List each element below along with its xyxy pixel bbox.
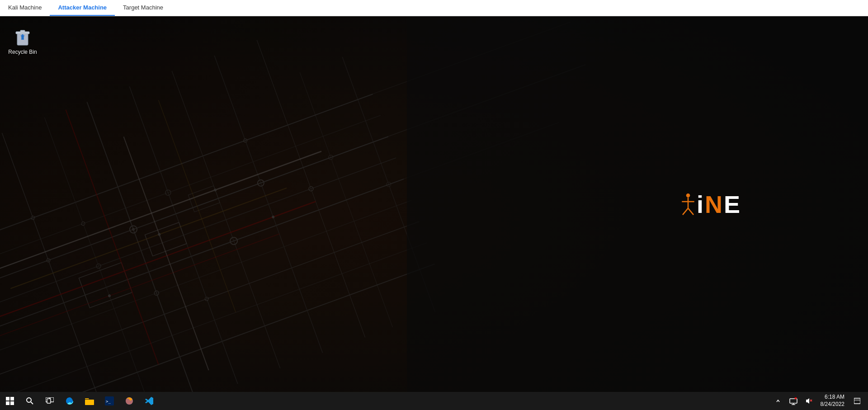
clock-time: 6:18 AM <box>825 394 844 401</box>
svg-rect-60 <box>6 397 9 401</box>
svg-text:>_: >_ <box>106 399 111 404</box>
clock-display[interactable]: 6:18 AM 8/24/2022 <box>817 394 848 408</box>
svg-rect-62 <box>6 401 9 405</box>
edge-icon <box>65 396 74 405</box>
windows-logo-icon <box>6 397 14 405</box>
svg-point-64 <box>27 398 31 402</box>
powershell-icon: >_ <box>105 396 114 405</box>
edge-button[interactable] <box>60 392 80 410</box>
task-view-icon <box>46 397 54 405</box>
firefox-button[interactable] <box>119 392 139 410</box>
tab-attacker-machine[interactable]: Attacker Machine <box>50 0 115 16</box>
svg-rect-80 <box>854 398 860 404</box>
show-hidden-icons-button[interactable] <box>771 392 785 410</box>
svg-rect-69 <box>85 400 94 405</box>
network-icon-button[interactable] <box>786 392 801 410</box>
start-button[interactable] <box>0 392 20 410</box>
svg-rect-51 <box>407 16 868 392</box>
file-explorer-icon <box>85 397 94 405</box>
tab-bar: Kali Machine Attacker Machine Target Mac… <box>0 0 868 16</box>
file-explorer-button[interactable] <box>80 392 99 410</box>
ine-logo: iNE <box>677 190 741 218</box>
vscode-button[interactable] <box>139 392 159 410</box>
svg-line-58 <box>683 208 688 215</box>
desktop: Recycle Bin iNE <box>0 16 868 392</box>
svg-rect-68 <box>47 399 51 403</box>
system-tray: 6:18 AM 8/24/2022 <box>771 392 868 410</box>
volume-icon <box>805 397 813 405</box>
recycle-bin-svg <box>13 27 33 47</box>
svg-line-59 <box>688 208 693 215</box>
vscode-icon <box>145 396 154 405</box>
ine-text-label: iNE <box>697 190 741 218</box>
notification-icon <box>854 397 860 405</box>
volume-icon-button[interactable] <box>802 392 816 410</box>
recycle-bin-icon[interactable]: Recycle Bin <box>6 25 39 57</box>
powershell-button[interactable]: >_ <box>99 392 119 410</box>
tab-kali-machine[interactable]: Kali Machine <box>0 0 50 16</box>
svg-rect-54 <box>20 30 25 32</box>
recycle-bin-label: Recycle Bin <box>8 49 37 55</box>
search-button[interactable] <box>20 392 40 410</box>
svg-line-65 <box>31 402 33 404</box>
svg-rect-73 <box>790 399 797 403</box>
search-icon <box>26 397 34 405</box>
svg-rect-63 <box>10 401 14 405</box>
clock-date: 8/24/2022 <box>821 401 844 408</box>
svg-point-55 <box>686 193 690 198</box>
network-icon <box>789 397 797 405</box>
chevron-up-icon <box>776 399 780 403</box>
taskbar: >_ <box>0 392 868 410</box>
task-view-button[interactable] <box>40 392 60 410</box>
tab-target-machine[interactable]: Target Machine <box>115 0 171 16</box>
ine-person-icon <box>677 191 699 218</box>
notification-button[interactable] <box>849 392 865 410</box>
firefox-icon <box>125 396 134 405</box>
svg-rect-61 <box>10 397 14 401</box>
